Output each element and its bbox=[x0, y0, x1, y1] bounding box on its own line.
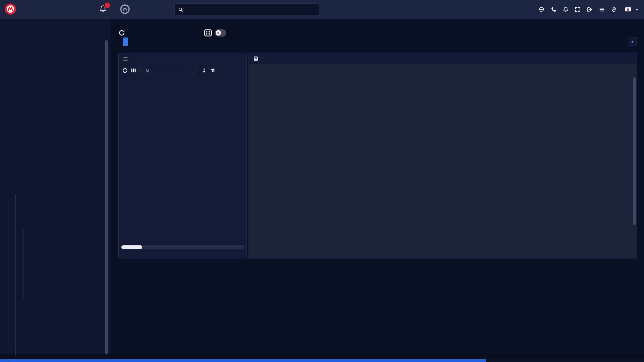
grid-view-icon[interactable] bbox=[204, 29, 212, 37]
openmaru-secondary-logo[interactable] bbox=[119, 4, 133, 15]
tab-count-badge[interactable] bbox=[123, 38, 128, 46]
toolbar-divider bbox=[199, 67, 199, 73]
fullscreen-icon[interactable] bbox=[575, 7, 581, 12]
notification-bell[interactable] bbox=[99, 5, 111, 15]
bell-icon[interactable] bbox=[563, 7, 569, 12]
global-search bbox=[174, 3, 319, 15]
footer-bar bbox=[0, 354, 644, 359]
logout-icon[interactable] bbox=[587, 7, 593, 12]
field-search-input[interactable] bbox=[152, 68, 193, 73]
sidebar-navigation bbox=[0, 19, 111, 362]
server-tabs bbox=[123, 38, 128, 46]
tree-guide-line bbox=[15, 194, 16, 356]
notification-count-badge bbox=[104, 2, 111, 9]
exchange-arrows-icon bbox=[210, 68, 216, 73]
tree-guide-line bbox=[8, 66, 8, 362]
menu-icon[interactable] bbox=[599, 7, 605, 12]
columns-icon[interactable] bbox=[131, 68, 137, 73]
field-search bbox=[143, 67, 196, 74]
sidebar-scrollbar-thumb[interactable] bbox=[105, 40, 108, 362]
gear-icon[interactable] bbox=[611, 7, 617, 12]
document-icon bbox=[254, 56, 258, 61]
global-search-input[interactable] bbox=[186, 7, 316, 12]
app-logo[interactable] bbox=[4, 3, 20, 15]
toolbar-divider bbox=[140, 67, 140, 73]
flask-icon bbox=[202, 68, 206, 73]
agent-table bbox=[119, 76, 246, 244]
openmaru-gray-logo-icon bbox=[119, 4, 130, 15]
chevron-down-icon: ▼ bbox=[635, 8, 639, 11]
code-vscrollbar-thumb[interactable] bbox=[633, 77, 636, 225]
search-icon bbox=[178, 7, 183, 12]
top-header: ▼ bbox=[0, 0, 644, 19]
json-code-viewer bbox=[249, 64, 637, 258]
table-hscrollbar-thumb[interactable] bbox=[121, 245, 142, 249]
language-selector[interactable]: ▼ bbox=[625, 7, 639, 11]
table-hscrollbar[interactable] bbox=[121, 245, 244, 249]
openmaru-logo-icon bbox=[4, 3, 17, 15]
openmaru-bubble-icon[interactable] bbox=[539, 7, 544, 12]
filter-chip[interactable]: ✕ bbox=[215, 29, 226, 37]
tabs-dropdown-button[interactable]: ▼ bbox=[628, 38, 637, 46]
refresh-icon[interactable] bbox=[122, 68, 128, 73]
korea-flag-icon bbox=[625, 7, 631, 11]
agent-start-time-panel bbox=[118, 53, 247, 258]
system-info-panel bbox=[249, 53, 637, 258]
view-button[interactable] bbox=[202, 68, 208, 73]
page-hscrollbar[interactable] bbox=[0, 359, 644, 362]
page-hscrollbar-thumb[interactable] bbox=[0, 359, 486, 362]
code-vscrollbar[interactable] bbox=[633, 77, 636, 256]
refresh-button[interactable] bbox=[118, 29, 125, 36]
menu-lines-icon bbox=[123, 57, 128, 61]
tree-guide-line bbox=[23, 229, 23, 299]
remove-filter-icon[interactable]: ✕ bbox=[216, 30, 221, 36]
diff-button[interactable] bbox=[210, 68, 217, 73]
phone-icon[interactable] bbox=[551, 7, 556, 12]
